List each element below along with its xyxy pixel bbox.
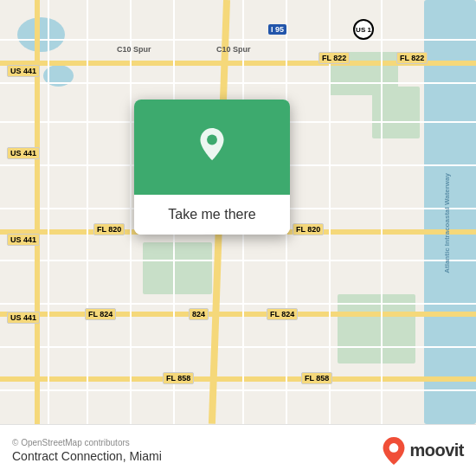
- road-v3: [130, 0, 132, 424]
- label-fl820-2: FL 820: [293, 223, 324, 235]
- label-us441-1: US 441: [7, 65, 40, 77]
- label-824: 824: [189, 308, 209, 320]
- map-container: I 95 I 95 US 1 US 441 US 441 US 441 US 4…: [0, 0, 476, 424]
- label-c10spur2: C10 Spur: [216, 45, 251, 54]
- label-fl824-1: FL 824: [85, 308, 116, 320]
- label-fl824-2: FL 824: [267, 308, 298, 320]
- take-me-there-label: Take me there: [168, 207, 255, 222]
- road-h8: [0, 346, 476, 348]
- moovit-pin-icon: [382, 437, 406, 465]
- svg-point-0: [207, 135, 217, 145]
- take-me-there-button[interactable]: Take me there: [134, 195, 290, 235]
- label-fl822-1: FL 822: [318, 52, 350, 64]
- location-pin-icon: [193, 128, 231, 166]
- water-lake1: [17, 17, 65, 52]
- road-h6: [0, 260, 476, 261]
- road-h7: [0, 303, 476, 305]
- label-us441-4: US 441: [7, 312, 40, 324]
- park-area4: [372, 87, 420, 138]
- road-v1: [48, 0, 49, 424]
- road-v8: [381, 0, 383, 424]
- label-us1: US 1: [353, 19, 374, 40]
- label-us441-2: US 441: [7, 147, 40, 159]
- label-i95-1: I 95: [268, 24, 286, 35]
- bottom-left-info: © OpenStreetMap contributors Contract Co…: [12, 438, 162, 463]
- road-fl858: [0, 376, 476, 382]
- moovit-logo: moovit: [382, 437, 464, 465]
- label-fl858-1: FL 858: [163, 372, 194, 384]
- label-fl822-2: FL 822: [396, 52, 428, 64]
- road-v2: [87, 0, 88, 424]
- location-name: Contract Connection, Miami: [12, 449, 162, 463]
- popup-card: Take me there: [134, 100, 290, 235]
- label-fl858-2: FL 858: [301, 372, 332, 384]
- label-c10spur1: C10 Spur: [117, 45, 151, 54]
- label-us441-3: US 441: [7, 234, 40, 246]
- road-us441: [35, 0, 40, 424]
- road-fl824: [0, 312, 476, 317]
- bottom-bar: © OpenStreetMap contributors Contract Co…: [0, 424, 476, 476]
- label-fl820-1: FL 820: [93, 223, 125, 235]
- park-area2: [338, 294, 415, 363]
- road-h2: [0, 82, 476, 84]
- road-h9: [0, 389, 476, 391]
- popup-header: [134, 100, 290, 195]
- copyright-text: © OpenStreetMap contributors: [12, 438, 162, 447]
- label-intracoastal: Atlantic Intracoastal Waterway: [443, 173, 451, 273]
- svg-point-1: [389, 443, 399, 453]
- park-area1: [143, 242, 212, 294]
- road-h1: [0, 39, 476, 41]
- moovit-text: moovit: [409, 441, 464, 460]
